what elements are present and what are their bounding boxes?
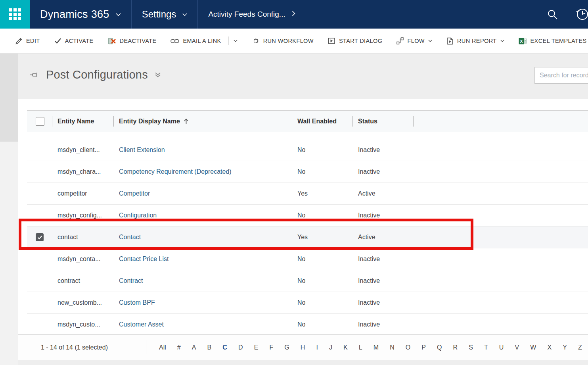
entity-display-name-link[interactable]: Competitor [119,190,297,197]
search-records-input[interactable] [534,67,588,84]
jump-letter[interactable]: V [514,343,521,352]
activate-button[interactable]: ACTIVATE [54,38,94,44]
recent-items-button[interactable] [566,0,588,29]
jump-letter[interactable]: All [158,343,167,352]
app-launcher-button[interactable] [0,0,30,29]
entity-display-name-link[interactable]: Configuration [119,212,297,219]
left-gutter [0,54,18,142]
entity-display-name-link[interactable]: Custom BPF [119,299,297,306]
jump-letter[interactable]: # [176,343,182,352]
entity-display-name-link[interactable]: Contact [119,234,297,241]
entity-display-name-link[interactable]: Customer Asset [119,321,297,328]
breadcrumb-activity-feeds-config[interactable]: Activity Feeds Config... [198,0,305,29]
cell-wall-enabled: No [297,299,358,306]
jump-letter[interactable]: O [404,343,412,352]
cell-wall-enabled: No [297,212,358,219]
table-row[interactable]: contact Contact Yes Active [27,226,588,248]
grid-header-row: Entity Name Entity Display Name Wall Ena… [27,110,588,132]
cell-entity-name: msdyn_chara... [57,168,119,175]
run-report-button[interactable]: RUN REPORT [446,37,504,45]
global-search-button[interactable] [539,0,566,29]
flow-icon [396,37,404,44]
table-row[interactable]: msdyn_client... Client Extension No Inac… [27,139,588,161]
jump-letter[interactable]: B [206,343,213,352]
jump-letter[interactable]: F [268,343,274,352]
cell-wall-enabled: No [297,146,358,154]
jump-letter[interactable]: G [283,343,290,352]
row-checkbox-cell [27,255,57,263]
jump-letter[interactable]: M [372,343,380,352]
cell-status: Active [358,234,414,241]
jump-letter[interactable]: A [191,343,197,352]
row-checkbox[interactable] [36,233,44,241]
jump-letter[interactable]: U [498,343,505,352]
run-report-dropdown[interactable] [500,40,504,42]
jump-letter[interactable]: P [420,343,427,352]
jump-letter[interactable]: T [483,343,489,352]
cell-status: Inactive [358,277,414,284]
waffle-icon [9,8,21,20]
row-checkbox-cell [27,277,57,285]
column-header-entity-display-name[interactable]: Entity Display Name [119,111,297,132]
jump-letter[interactable]: J [328,343,333,352]
jump-letter[interactable]: I [315,343,319,352]
workflow-gear-icon [252,37,260,45]
run-report-icon [446,37,454,45]
entity-display-name-link[interactable]: Competency Requirement (Deprecated) [119,168,297,175]
edit-pencil-icon [15,37,23,45]
table-row[interactable]: competitor Competitor Yes Active [27,182,588,204]
jump-letter[interactable]: Y [561,343,568,352]
jump-letter[interactable]: D [237,343,244,352]
jump-letter[interactable]: K [342,343,349,352]
cell-entity-name: competitor [57,190,119,197]
cell-wall-enabled: No [297,277,358,284]
flow-dropdown[interactable] [428,40,432,42]
email-a-link-dropdown[interactable] [234,40,237,42]
table-row[interactable]: msdyn_conta... Contact Price List No Ina… [27,248,588,270]
select-all-checkbox[interactable] [36,117,44,126]
start-dialog-button[interactable]: START DIALOG [328,37,383,44]
jump-letter[interactable]: C [221,343,228,352]
chevron-down-icon [116,11,121,18]
activate-label: ACTIVATE [65,38,94,44]
record-count: 1 - 14 of 14 (1 selected) [41,344,108,351]
chevron-down-icon [500,40,504,42]
entity-display-name-link[interactable]: Contact Price List [119,256,297,263]
deactivate-icon [108,37,116,45]
deactivate-button[interactable]: DEACTIVATE [108,37,157,45]
column-header-wall-enabled[interactable]: Wall Enabled [297,111,358,132]
jump-letter[interactable]: X [546,343,553,352]
table-row[interactable]: msdyn_custo... Customer Asset No Inactiv… [27,313,588,335]
jump-letter[interactable]: E [253,343,260,352]
jump-letter[interactable]: Z [577,343,583,352]
view-selector[interactable]: Post Configurations [30,68,161,81]
entity-display-name-link[interactable]: Client Extension [119,146,297,154]
excel-templates-button[interactable]: X EXCEL TEMPLATES [519,37,587,45]
jump-letter[interactable]: Q [436,343,443,352]
nav-brand-menu[interactable]: Dynamics 365 [30,0,131,29]
table-row[interactable]: msdyn_config... Configuration No Inactiv… [27,204,588,226]
run-workflow-button[interactable]: RUN WORKFLOW [252,37,314,45]
svg-text:X: X [520,38,523,43]
row-checkbox-cell [27,299,57,307]
jump-letter[interactable]: W [529,343,537,352]
entity-display-name-link[interactable]: Contract [119,277,297,284]
cell-wall-enabled: Yes [297,234,358,241]
column-header-entity-name[interactable]: Entity Name [57,111,119,132]
jump-letter[interactable]: S [467,343,474,352]
flow-button[interactable]: FLOW [396,37,432,44]
email-a-link-button[interactable]: EMAIL A LINK [170,36,237,45]
table-row[interactable]: contract Contract No Inactive [27,270,588,292]
nav-area-menu-settings[interactable]: Settings [132,0,198,29]
record-search-box [534,67,588,84]
jump-letter[interactable]: H [299,343,306,352]
row-checkbox-cell [27,233,57,241]
excel-icon: X [519,37,527,45]
jump-letter[interactable]: N [389,343,396,352]
edit-button[interactable]: EDIT [15,37,40,45]
jump-letter[interactable]: R [452,343,459,352]
jump-letter[interactable]: L [358,343,364,352]
table-row[interactable]: msdyn_chara... Competency Requirement (D… [27,161,588,182]
table-row[interactable]: new_customb... Custom BPF No Inactive [27,292,588,313]
column-header-status[interactable]: Status [358,111,414,132]
